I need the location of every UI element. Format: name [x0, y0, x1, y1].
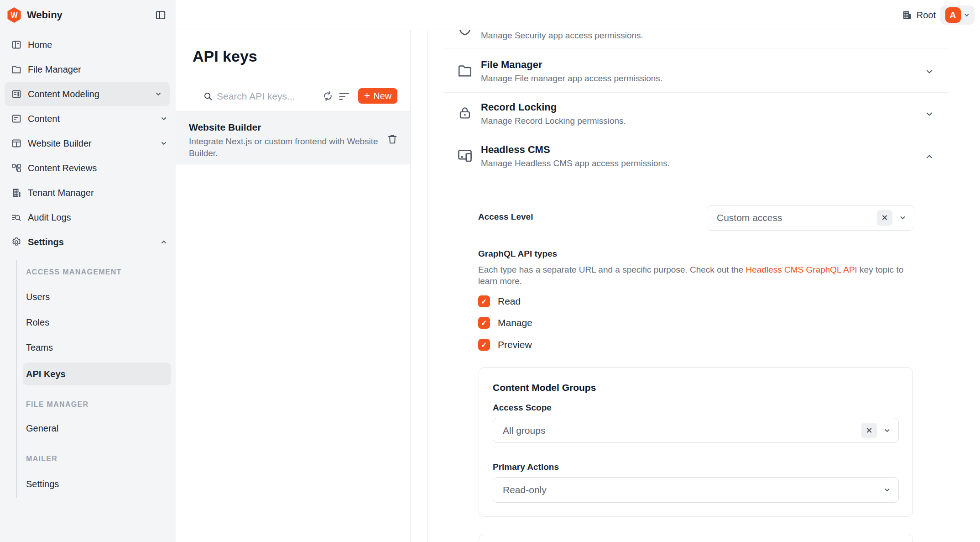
- sidebar-item-label: Roles: [26, 317, 49, 328]
- checkbox-manage[interactable]: ✓ Manage: [478, 317, 532, 329]
- list-item-title: Website Builder: [189, 122, 261, 133]
- sidebar-item-label: Content: [28, 114, 60, 124]
- sidebar-item-label: Users: [26, 292, 50, 302]
- chevron-down-icon[interactable]: [883, 426, 891, 434]
- topbar-right: Root A: [902, 0, 980, 30]
- workflow-icon: [11, 163, 22, 174]
- checkbox-checked-icon[interactable]: ✓: [478, 295, 490, 307]
- sidebar-collapse-icon[interactable]: [155, 9, 167, 21]
- sidebar-item-label: Content Reviews: [28, 163, 97, 174]
- security-row-description: Manage Security app access permissions.: [481, 31, 643, 41]
- chevron-down-icon: [964, 12, 970, 18]
- webiny-admin-app: W Webiny: [0, 0, 980, 542]
- chevron-up-icon: [160, 238, 167, 246]
- access-scope-value: All groups: [503, 425, 545, 436]
- section-label-mailer: MAILER: [26, 455, 57, 463]
- next-card-partial: [479, 534, 913, 542]
- search-icon: [203, 91, 213, 101]
- svg-text:W: W: [10, 11, 18, 19]
- sidebar-item-content-modeling[interactable]: Content Modeling: [5, 82, 170, 106]
- permission-row-description: Manage Record Locking permissions.: [481, 116, 626, 126]
- new-button-label: New: [373, 91, 391, 101]
- permission-row-title[interactable]: File Manager: [481, 59, 542, 71]
- search-input[interactable]: Search API keys...: [217, 91, 295, 102]
- access-scope-select[interactable]: All groups ✕: [493, 418, 899, 443]
- sidebar-item-roles[interactable]: Roles: [16, 311, 171, 334]
- folder-icon: [11, 64, 22, 75]
- webiny-logo: W: [6, 7, 22, 23]
- sidebar-item-label: API Keys: [26, 369, 66, 379]
- api-key-list-item[interactable]: Website Builder Integrate Next.js or cus…: [176, 112, 410, 164]
- chevron-up-icon[interactable]: [924, 152, 934, 162]
- sidebar-item-content[interactable]: Content: [0, 106, 176, 131]
- sidebar-item-mailer-settings[interactable]: Settings: [16, 473, 171, 495]
- website-builder-icon: [11, 138, 22, 149]
- primary-actions-select[interactable]: Read-only: [493, 477, 899, 503]
- sidebar-item-website-builder[interactable]: Website Builder: [0, 131, 176, 156]
- sidebar-item-general[interactable]: General: [16, 417, 171, 440]
- tenant-label: Root: [917, 10, 936, 21]
- checkbox-read[interactable]: ✓ Read: [478, 295, 521, 307]
- chevron-down-icon: [155, 90, 162, 98]
- chevron-down-icon[interactable]: [924, 109, 934, 119]
- checkbox-checked-icon[interactable]: ✓: [478, 339, 490, 351]
- sidebar-item-users[interactable]: Users: [16, 285, 171, 308]
- sidebar-item-api-keys[interactable]: API Keys: [23, 363, 171, 385]
- sidebar-item-tenant-manager[interactable]: Tenant Manager: [0, 180, 176, 205]
- access-level-label: Access Level: [478, 212, 533, 222]
- sidebar-item-teams[interactable]: Teams: [16, 336, 171, 359]
- building-icon: [902, 10, 912, 21]
- sidebar-item-label: Teams: [26, 342, 53, 353]
- devices-icon: [457, 147, 473, 163]
- permission-row-title[interactable]: Record Locking: [481, 101, 557, 113]
- graphql-api-types-description: Each type has a separate URL and a speci…: [478, 264, 916, 287]
- divider: [444, 48, 948, 48]
- clear-selection-button[interactable]: ✕: [877, 210, 892, 226]
- section-label-file-manager: FILE MANAGER: [26, 400, 89, 409]
- primary-actions-value: Read-only: [503, 484, 547, 495]
- checkbox-checked-icon[interactable]: ✓: [478, 317, 490, 329]
- access-scope-label: Access Scope: [493, 403, 552, 413]
- primary-actions-label: Primary Actions: [493, 462, 559, 472]
- list-item-description: Integrate Next.js or custom frontend wit…: [189, 136, 386, 159]
- sidebar-header: W Webiny: [0, 0, 176, 30]
- sort-icon[interactable]: [339, 92, 349, 101]
- sidebar-item-label: Tenant Manager: [28, 188, 94, 198]
- brand-title: Webiny: [27, 9, 63, 21]
- building-icon: [11, 187, 22, 198]
- shield-icon: [457, 30, 473, 37]
- home-icon: [11, 39, 22, 50]
- permission-row-title[interactable]: Headless CMS: [481, 144, 550, 156]
- card-title: Content Model Groups: [493, 382, 596, 393]
- access-level-select[interactable]: Custom access ✕: [707, 205, 914, 231]
- tenant-switcher[interactable]: Root: [902, 10, 936, 21]
- gear-icon: [11, 237, 22, 247]
- content-modeling-icon: [11, 89, 22, 100]
- graphql-api-types-label: GraphQL API types: [478, 249, 557, 259]
- lock-icon: [457, 105, 473, 121]
- chevron-down-icon[interactable]: [924, 67, 934, 77]
- sidebar-item-audit-logs[interactable]: Audit Logs: [0, 205, 176, 230]
- user-menu[interactable]: A: [940, 5, 975, 25]
- access-level-value: Custom access: [717, 212, 782, 223]
- sidebar-item-label: Website Builder: [28, 138, 92, 149]
- permission-row-description: Manage Headless CMS app access permissio…: [481, 158, 670, 168]
- sidebar-nav: Home File Manager Content Modeling: [0, 30, 176, 542]
- clear-selection-button[interactable]: ✕: [861, 423, 877, 438]
- chevron-down-icon[interactable]: [899, 214, 907, 222]
- avatar: A: [945, 7, 961, 23]
- chevron-down-icon[interactable]: [883, 486, 891, 494]
- headless-cms-graphql-api-link[interactable]: Headless CMS GraphQL API: [746, 265, 857, 274]
- sidebar-item-label: Home: [28, 40, 52, 50]
- sidebar-item-content-reviews[interactable]: Content Reviews: [0, 156, 176, 180]
- sidebar-item-home[interactable]: Home: [0, 32, 176, 57]
- sidebar-item-settings[interactable]: Settings: [0, 230, 176, 254]
- new-api-key-button[interactable]: + New: [358, 88, 397, 104]
- trash-icon[interactable]: [386, 133, 398, 145]
- permissions-panel: Manage Security app access permissions. …: [427, 30, 962, 542]
- sidebar-item-file-manager[interactable]: File Manager: [0, 57, 176, 82]
- checkbox-preview[interactable]: ✓ Preview: [478, 339, 532, 351]
- refresh-icon[interactable]: [322, 90, 334, 102]
- content-model-groups-card: Content Model Groups Access Scope All gr…: [479, 367, 913, 517]
- divider: [444, 134, 948, 134]
